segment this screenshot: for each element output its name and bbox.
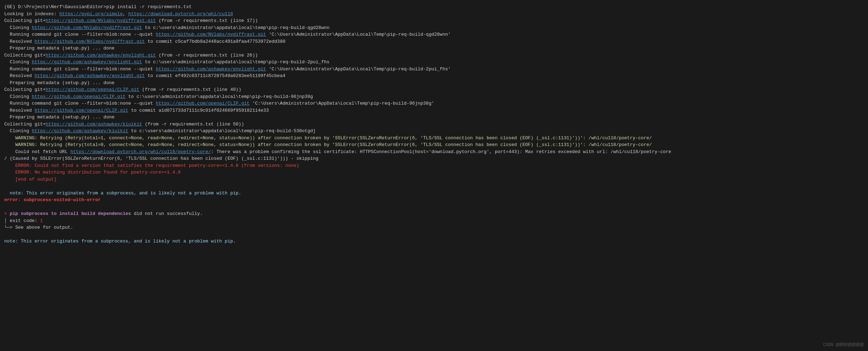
terminal-segment: to c:\users\administrator\appdata\local\… [128, 128, 316, 134]
terminal-segment: to c:\users\administrator\appdata\local\… [125, 94, 313, 99]
terminal-segment: Could not fetch URL [4, 149, 70, 154]
terminal-line: Preparing metadata (setup.py) ... done [4, 80, 864, 87]
terminal-segment: note: This error originates from a subpr… [4, 191, 241, 196]
terminal-line: Collecting git+https://github.com/ashawk… [4, 52, 864, 59]
terminal-segment: Collecting git+ [4, 122, 46, 127]
terminal-line: Running command git clone --filter=blob:… [4, 31, 864, 38]
terminal-segment: × [4, 211, 10, 216]
terminal-window: (GE) D:\Projects\Nerf\GaussianEditor>pip… [0, 0, 868, 351]
terminal-output: (GE) D:\Projects\Nerf\GaussianEditor>pip… [4, 4, 864, 245]
terminal-line: Running command git clone --filter=blob:… [4, 66, 864, 73]
terminal-line: Preparing metadata (setup.py) ... done [4, 45, 864, 52]
terminal-segment: Cloning [4, 59, 32, 65]
terminal-line: │ exit code: 1 [4, 217, 864, 224]
terminal-line: Cloning https://github.com/NVlabs/nvdiff… [4, 24, 864, 31]
terminal-segment: Preparing metadata (setup.py) ... done [4, 46, 114, 51]
terminal-line: × pip subprocess to install build depend… [4, 210, 864, 217]
terminal-segment: to commit ef492c03711c87287549a0283ee511… [145, 73, 285, 78]
terminal-segment: to c:\users\administrator\appdata\local\… [142, 25, 330, 30]
terminal-segment: [end of output] [4, 177, 57, 182]
terminal-line: Preparing metadata (setup.py) ... done [4, 114, 864, 121]
terminal-segment: pip subprocess to install build dependen… [10, 211, 131, 216]
terminal-segment: Resolved [4, 108, 35, 113]
terminal-segment: Collecting git+ [4, 87, 46, 92]
terminal-segment: 'C:\Users\Administrator\AppData\Local\Te… [266, 32, 451, 37]
terminal-segment: Collecting git+ [4, 18, 46, 23]
terminal-line: Resolved https://github.com/NVlabs/nvdif… [4, 38, 864, 45]
terminal-line [4, 183, 864, 190]
terminal-segment: https://github.com/ashawkey/envlight.git [46, 53, 156, 58]
terminal-segment: ERROR: No matching distribution found fo… [4, 170, 181, 175]
terminal-line: note: This error originates from a subpr… [4, 190, 864, 197]
terminal-segment: Running command git clone --filter=blob:… [4, 101, 156, 106]
terminal-segment: note: This error originates from a subpr… [4, 239, 236, 244]
terminal-line: Resolved https://github.com/ashawkey/env… [4, 72, 864, 80]
terminal-segment: https://github.com/NVlabs/nvdiffrast.git [35, 39, 145, 44]
terminal-segment: error: [4, 197, 24, 203]
terminal-line: Looking in indexes: https://pypi.org/sim… [4, 11, 864, 18]
terminal-segment: Running command git clone --filter=blob:… [4, 32, 156, 37]
terminal-segment: https://github.com/NVlabs/nvdiffrast.git [32, 25, 142, 30]
terminal-line: Collecting git+https://github.com/NVlabs… [4, 17, 864, 24]
terminal-segment: to commit a1d071733d7111c9c014f024669f95… [128, 108, 269, 113]
terminal-segment: https://download.pytorch.org/whl/cu118/p… [70, 149, 211, 154]
terminal-line: Collecting git+https://github.com/ashawk… [4, 121, 864, 128]
terminal-line [4, 204, 864, 211]
terminal-line: ERROR: Could not find a version that sat… [4, 162, 864, 169]
terminal-line: Cloning https://github.com/openai/CLIP.g… [4, 93, 864, 100]
terminal-segment: Preparing metadata (setup.py) ... done [4, 115, 114, 120]
terminal-segment: did not run successfully. [131, 211, 203, 216]
terminal-line: Running command git clone --filter=blob:… [4, 100, 864, 107]
terminal-line: Cloning https://github.com/ashawkey/envl… [4, 59, 864, 66]
terminal-line: [end of output] [4, 176, 864, 183]
terminal-segment: : There was a problem confirming the ssl… [211, 149, 671, 154]
terminal-line: WARNING: Retrying (Retry(total=0, connec… [4, 141, 864, 148]
terminal-segment: https://github.com/openai/CLIP.git [35, 108, 128, 113]
terminal-line: Cloning https://github.com/ashawkey/kiui… [4, 128, 864, 135]
terminal-line: ERROR: No matching distribution found fo… [4, 169, 864, 176]
terminal-line: Could not fetch URL https://download.pyt… [4, 148, 864, 156]
terminal-segment: Preparing metadata (setup.py) ... done [4, 80, 114, 86]
terminal-segment: 'C:\Users\Administrator\AppData\Local\Te… [266, 66, 451, 72]
terminal-segment: https://github.com/NVlabs/nvdiffrast.git [46, 18, 156, 23]
terminal-segment: https://github.com/openai/CLIP.git [156, 101, 249, 106]
terminal-segment: ERROR: Could not find a version that sat… [4, 163, 299, 168]
terminal-segment: (from -r requirements.txt (line 40)) [139, 87, 241, 92]
terminal-line: error: subprocess-exited-with-error [4, 197, 864, 204]
terminal-segment: WARNING: Retrying (Retry(total=0, connec… [4, 142, 652, 147]
terminal-segment: https://github.com/openai/CLIP.git [32, 94, 125, 99]
terminal-segment: 'C:\Users\Administrator\AppData\Local\Te… [249, 101, 434, 106]
terminal-line: WARNING: Retrying (Retry(total=1, connec… [4, 135, 864, 142]
watermark: CSDN @嗯呀嗯嗯嗯嗯 [823, 342, 864, 348]
terminal-segment: Resolved [4, 39, 35, 44]
terminal-segment: https://download.pytorch.org/whl/cu118 [128, 11, 233, 17]
terminal-segment: Collecting git+ [4, 53, 46, 58]
terminal-segment: to c:\users\administrator\appdata\local\… [142, 59, 330, 65]
terminal-segment: Cloning [4, 128, 32, 134]
terminal-line [4, 231, 864, 238]
terminal-segment: https://github.com/openai/CLIP.git [46, 87, 139, 92]
terminal-segment: (from -r requirements.txt (line 26)) [156, 53, 258, 58]
terminal-line: (GE) D:\Projects\Nerf\GaussianEditor>pip… [4, 4, 864, 11]
terminal-segment: │ exit code: [4, 218, 40, 223]
terminal-segment: https://github.com/ashawkey/envlight.git [156, 66, 266, 72]
terminal-segment: └─> See above for output. [4, 225, 73, 230]
terminal-segment: / (Caused by SSLError(SSLZeroReturnError… [4, 156, 318, 161]
terminal-segment: to commit c5caf7bdb8a2448acc491a9faa4775… [145, 39, 285, 44]
terminal-segment: WARNING: Retrying (Retry(total=1, connec… [4, 135, 652, 141]
terminal-segment: https://github.com/ashawkey/envlight.git [32, 59, 142, 65]
terminal-segment: subprocess-exited-with-error [24, 197, 101, 203]
terminal-segment: 1 [40, 218, 43, 223]
terminal-segment: https://github.com/NVlabs/nvdiffrast.git [156, 32, 266, 37]
terminal-segment: Running command git clone --filter=blob:… [4, 66, 156, 72]
terminal-line: Resolved https://github.com/openai/CLIP.… [4, 107, 864, 114]
terminal-segment: (from -r requirements.txt (line 17)) [156, 18, 258, 23]
terminal-segment: , [123, 11, 128, 17]
terminal-segment: https://pypi.org/simple [59, 11, 123, 17]
terminal-line: note: This error originates from a subpr… [4, 238, 864, 245]
terminal-line: Collecting git+https://github.com/openai… [4, 86, 864, 93]
terminal-segment: Cloning [4, 94, 32, 99]
terminal-segment: https://github.com/ashawkey/envlight.git [35, 73, 145, 78]
terminal-segment: Cloning [4, 25, 32, 30]
terminal-segment: Resolved [4, 73, 35, 78]
